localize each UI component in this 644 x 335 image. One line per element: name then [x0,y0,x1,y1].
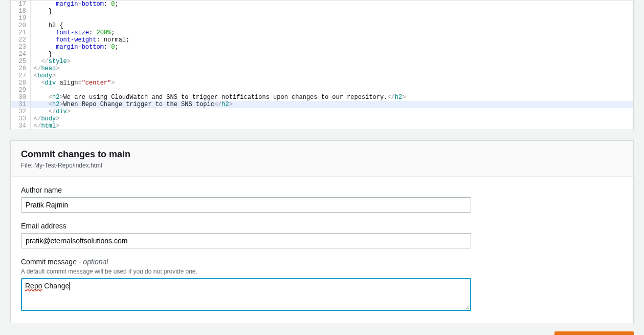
code-editor-panel: 171819202122232425262728293031323334 mar… [10,0,634,130]
code-line[interactable]: h2 { [31,22,633,29]
line-number: 19 [11,15,30,22]
code-line[interactable]: <body> [31,72,633,79]
code-line[interactable]: </head> [31,65,633,72]
line-number: 31 [11,101,30,108]
line-number: 24 [11,51,30,58]
line-number: 23 [11,44,30,51]
cancel-button[interactable]: Cancel [504,331,548,335]
line-number: 25 [11,58,30,65]
line-number: 33 [11,115,30,122]
code-line[interactable]: </html> [31,122,633,130]
code-content[interactable]: margin-bottom: 0; } h2 { font-size: 200%… [31,1,633,130]
author-name-label: Author name [21,186,471,194]
code-editor[interactable]: 171819202122232425262728293031323334 mar… [11,1,633,130]
commit-panel-title: Commit changes to main [21,149,623,160]
email-field: Email address [21,222,471,248]
code-line[interactable]: <h2>We are using CloudWatch and SNS to t… [31,94,633,101]
line-number: 18 [11,8,30,15]
email-input[interactable] [21,233,471,248]
line-number: 27 [11,72,30,79]
code-line[interactable] [31,87,633,94]
code-line[interactable]: } [31,51,633,58]
commit-message-label: Commit message - optional [21,258,471,266]
line-number: 32 [11,108,30,115]
commit-changes-button[interactable]: Commit changes [554,331,634,335]
code-line[interactable]: </body> [31,115,633,122]
commit-file-path: File: My-Test-Repo/index.html [21,162,623,169]
commit-panel-body: Author name Email address Commit message… [11,177,633,323]
line-number: 28 [11,79,30,87]
line-number: 21 [11,29,30,36]
code-line[interactable]: <h2>When Repo Change trigger to the SNS … [31,101,633,108]
line-numbers-gutter: 171819202122232425262728293031323334 [11,1,31,130]
line-number: 29 [11,87,30,94]
commit-panel: Commit changes to main File: My-Test-Rep… [10,140,634,323]
commit-message-input[interactable] [21,278,471,311]
code-line[interactable]: </div> [31,108,633,115]
code-line[interactable]: <div align="center"> [31,79,633,87]
code-line[interactable]: font-size: 200%; [31,29,633,36]
code-line[interactable]: margin-bottom: 0; [31,1,633,8]
commit-message-hint: A default commit message will be used if… [21,268,471,275]
line-number: 22 [11,36,30,44]
line-number: 30 [11,94,30,101]
email-label: Email address [21,222,471,230]
author-name-input[interactable] [21,197,471,213]
code-line[interactable] [31,15,633,22]
line-number: 20 [11,22,30,29]
commit-panel-header: Commit changes to main File: My-Test-Rep… [11,141,633,177]
line-number: 26 [11,65,30,72]
code-line[interactable]: margin-bottom: 0; [31,44,633,51]
line-number: 34 [11,122,30,130]
commit-message-field: Commit message - optional A default comm… [21,258,471,312]
line-number: 17 [11,1,30,8]
code-line[interactable]: } [31,8,633,15]
author-name-field: Author name [21,186,471,213]
code-line[interactable]: font-weight: normal; [31,36,633,44]
commit-actions: Cancel Commit changes [0,331,644,335]
code-line[interactable]: </style> [31,58,633,65]
